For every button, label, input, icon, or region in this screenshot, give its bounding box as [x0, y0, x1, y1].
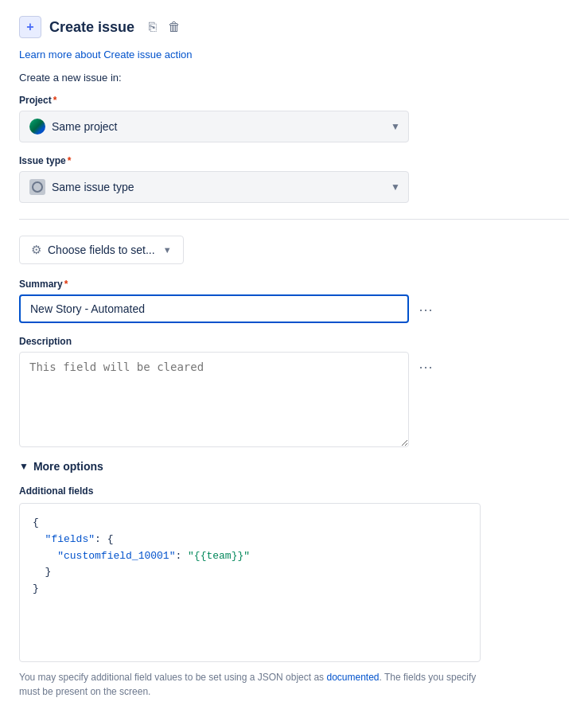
- chevron-down-icon-2: ▼: [391, 181, 400, 193]
- learn-more-link[interactable]: Learn more about Create issue action: [19, 49, 193, 60]
- summary-field-row: ⋯: [19, 294, 569, 323]
- divider: [19, 219, 569, 220]
- issue-type-value: Same issue type: [52, 181, 134, 193]
- more-options-button[interactable]: ▼ More options: [19, 460, 103, 473]
- more-options-label: More options: [33, 460, 103, 473]
- json-colon-1: : {: [95, 533, 113, 545]
- header-actions: ⎘ 🗑: [146, 18, 184, 36]
- project-required-star: *: [53, 95, 57, 106]
- chevron-down-icon-3: ▼: [163, 245, 172, 255]
- issue-type-select[interactable]: Same issue type ▼: [19, 171, 409, 203]
- summary-required-star: *: [64, 279, 68, 290]
- delete-button[interactable]: 🗑: [165, 18, 184, 36]
- description-field-row: ⋯: [19, 352, 569, 447]
- project-label: Project*: [19, 95, 569, 106]
- issue-type-label: Issue type*: [19, 155, 569, 166]
- json-editor[interactable]: { "fields": { "customfield_10001": "{{te…: [19, 503, 481, 662]
- json-colon-2: :: [175, 550, 188, 562]
- chevron-down-icon: ▼: [391, 121, 400, 132]
- choose-fields-label: Choose fields to set...: [48, 244, 155, 256]
- description-options-button[interactable]: ⋯: [415, 358, 436, 376]
- issue-type-icon: [29, 179, 45, 195]
- gear-icon: ⚙: [31, 243, 41, 257]
- json-outer-close-brace: }: [33, 583, 39, 594]
- summary-field-group: Summary* ⋯: [19, 279, 569, 323]
- description-field-group: Description ⋯: [19, 336, 569, 447]
- issue-type-required-star: *: [68, 155, 72, 166]
- project-value: Same project: [52, 120, 117, 133]
- more-options-section: ▼ More options Additional fields { "fiel…: [19, 460, 569, 699]
- project-icon: [29, 119, 45, 134]
- copy-button[interactable]: ⎘: [146, 18, 160, 36]
- description-label: Description: [19, 336, 569, 347]
- chevron-down-icon-4: ▼: [19, 461, 29, 472]
- footer-note-text-before: You may specify additional field values …: [19, 672, 326, 683]
- create-issue-icon: +: [19, 16, 41, 38]
- project-field-group: Project* Same project ▼: [19, 95, 569, 142]
- additional-fields-label: Additional fields: [19, 485, 569, 497]
- page-title: Create issue: [49, 19, 134, 36]
- json-fields-key: "fields": [45, 533, 95, 545]
- description-textarea[interactable]: [19, 352, 409, 447]
- json-open-brace: {: [33, 516, 39, 528]
- documented-link[interactable]: documented: [326, 672, 379, 683]
- footer-note: You may specify additional field values …: [19, 670, 481, 699]
- summary-input[interactable]: [19, 294, 409, 323]
- summary-label: Summary*: [19, 279, 569, 290]
- project-select[interactable]: Same project ▼: [19, 111, 409, 142]
- summary-options-button[interactable]: ⋯: [415, 301, 436, 318]
- json-customfield-value: "{{team}}": [188, 550, 250, 562]
- issue-type-field-group: Issue type* Same issue type ▼: [19, 155, 569, 203]
- json-customfield-key: "customfield_10001": [57, 550, 175, 562]
- choose-fields-button[interactable]: ⚙ Choose fields to set... ▼: [19, 236, 184, 264]
- create-desc: Create a new issue in:: [19, 72, 569, 84]
- additional-fields-section: Additional fields { "fields": { "customf…: [19, 485, 569, 699]
- json-inner-close-brace: }: [45, 566, 52, 578]
- page-header: + Create issue ⎘ 🗑: [19, 16, 569, 38]
